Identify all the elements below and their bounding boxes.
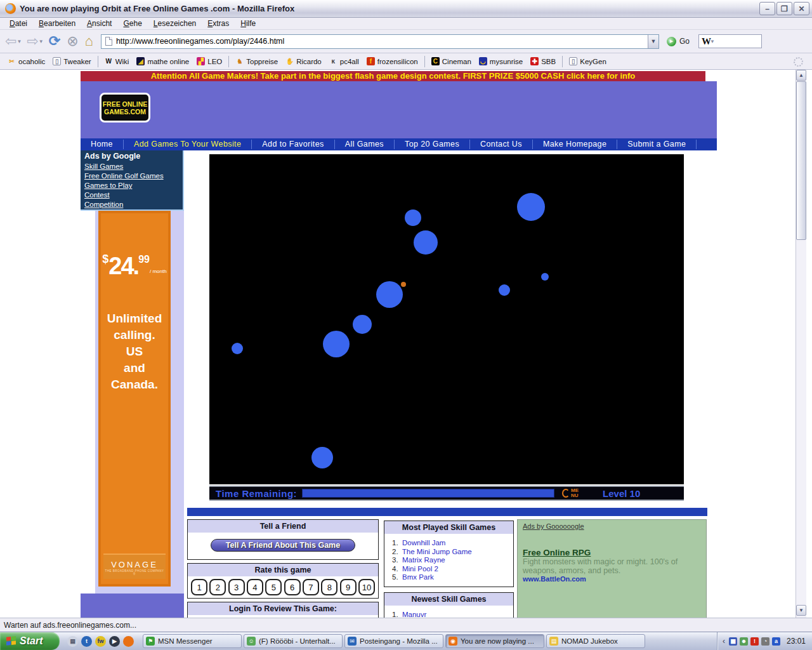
stop-icon[interactable]: ⊗ bbox=[67, 34, 78, 48]
bookmark-label: Wiki bbox=[115, 58, 129, 65]
media-player-icon[interactable]: ▶ bbox=[109, 636, 120, 647]
game-link-the-mini-jump-game[interactable]: The Mini Jump Game bbox=[402, 548, 472, 555]
task-button--f-r-bi-unterhalt-[interactable]: ☺(F) Röööbi - Unterhalt... bbox=[244, 634, 343, 648]
updater-icon[interactable]: a bbox=[772, 637, 780, 646]
menu-ansicht[interactable]: Ansicht bbox=[81, 19, 117, 28]
tray-chevron-icon[interactable]: ‹ bbox=[723, 637, 725, 646]
scroll-down-icon[interactable]: ▼ bbox=[796, 605, 806, 616]
rate-button-5[interactable]: 5 bbox=[265, 579, 282, 595]
game-link-matrix-rayne[interactable]: Matrix Rayne bbox=[402, 556, 445, 564]
nav-add-to-favorites[interactable]: Add to Favorites bbox=[252, 140, 334, 149]
home-icon[interactable]: ⌂ bbox=[85, 34, 93, 48]
nav-submit-a-game[interactable]: Submit a Game bbox=[617, 140, 697, 149]
bookmark-wiki[interactable]: WWiki bbox=[101, 57, 133, 65]
minimize-button[interactable]: – bbox=[759, 2, 775, 15]
game-menu-button[interactable]: ME NU bbox=[562, 488, 579, 498]
bookmark-keygen[interactable]: ▯KeyGen bbox=[565, 57, 610, 65]
rate-button-9[interactable]: 9 bbox=[340, 579, 357, 595]
bookmark-frozensilicon[interactable]: ffrozensilicon bbox=[363, 57, 422, 65]
forward-dropdown-icon[interactable]: ▼ bbox=[39, 39, 44, 44]
thunderbird-icon[interactable]: t bbox=[81, 636, 92, 647]
game-canvas[interactable] bbox=[209, 154, 684, 484]
back-dropdown-icon[interactable]: ▼ bbox=[16, 39, 22, 44]
bookmark-mathe-online[interactable]: ◢mathe online bbox=[133, 57, 193, 65]
task-label: MSN Messenger bbox=[158, 637, 213, 645]
ad-column: $24.99/ month Unlimitedcalling.USandCana… bbox=[95, 211, 184, 600]
menu-datei[interactable]: Datei bbox=[4, 19, 33, 28]
task-button-you-are-now-playing-[interactable]: ◉You are now playing ... bbox=[445, 634, 544, 648]
network-icon[interactable]: ▦ bbox=[729, 637, 737, 646]
bookmark-ricardo[interactable]: ✋Ricardo bbox=[282, 57, 325, 65]
search-dropdown-icon[interactable]: ▼ bbox=[710, 39, 715, 44]
nav-contact-us[interactable]: Contact Us bbox=[470, 140, 533, 149]
bookmark-ocaholic[interactable]: ✂ocaholic bbox=[4, 57, 49, 65]
user-icon[interactable]: ☻ bbox=[740, 637, 748, 646]
back-icon[interactable]: ⇦ bbox=[5, 34, 16, 48]
task-button-msn-messenger[interactable]: ⚑MSN Messenger bbox=[143, 634, 242, 648]
nav-add-games-to-your-website[interactable]: Add Games To Your Website bbox=[124, 140, 252, 149]
url-text[interactable]: http://www.freeonlinegames.com/play/2446… bbox=[116, 37, 284, 46]
scrollbar-thumb[interactable] bbox=[796, 81, 806, 240]
close-button[interactable]: ✕ bbox=[794, 2, 809, 15]
rate-button-2[interactable]: 2 bbox=[209, 579, 226, 595]
nav-top-20-games[interactable]: Top 20 Games bbox=[395, 140, 470, 149]
ad-title-link[interactable]: Free Online RPG bbox=[523, 548, 701, 557]
contest-banner-link[interactable]: Attention All Game Makers! Take part in … bbox=[81, 71, 705, 81]
rate-button-6[interactable]: 6 bbox=[284, 579, 301, 595]
site-logo[interactable]: FREE ONLINE GAMES.COM bbox=[100, 93, 150, 123]
search-input[interactable]: W ▼ bbox=[698, 34, 762, 48]
rate-button-4[interactable]: 4 bbox=[247, 579, 263, 595]
tell-a-friend-button[interactable]: Tell A Friend About This Game bbox=[211, 539, 355, 552]
bookmark-tweaker[interactable]: ▯Tweaker bbox=[49, 57, 95, 65]
fw-icon[interactable]: fw bbox=[95, 636, 106, 647]
vonage-line: Canada. bbox=[107, 376, 162, 393]
rate-button-7[interactable]: 7 bbox=[303, 579, 319, 595]
menu-bearbeiten[interactable]: Bearbeiten bbox=[33, 19, 81, 28]
sidebar-link-free-online-golf-games[interactable]: Free Online Golf Games bbox=[84, 171, 183, 181]
sidebar-link-games-to-play[interactable]: Games to Play bbox=[84, 181, 183, 190]
menu-hilfe[interactable]: Hilfe bbox=[235, 19, 261, 28]
task-button-nomad-jukebox[interactable]: ▤NOMAD Jukebox bbox=[546, 634, 645, 648]
show-desktop-icon[interactable]: ▤ bbox=[67, 636, 78, 647]
vertical-scrollbar[interactable]: ▲ ▼ bbox=[796, 70, 806, 618]
bookmark-leo[interactable]: ▞LEO bbox=[193, 57, 226, 65]
menu-lesezeichen[interactable]: Lesezeichen bbox=[148, 19, 202, 28]
bookmark-pc4all[interactable]: ĸpc4all bbox=[325, 57, 363, 65]
forward-icon[interactable]: ⇨ bbox=[27, 34, 38, 48]
bookmark-sbb[interactable]: ✚SBB bbox=[527, 57, 560, 65]
nav-all-games[interactable]: All Games bbox=[335, 140, 395, 149]
menu-gehe[interactable]: Gehe bbox=[117, 19, 147, 28]
url-bar[interactable]: http://www.freeonlinegames.com/play/2446… bbox=[101, 34, 659, 49]
firefox-icon[interactable] bbox=[123, 636, 134, 647]
ads-by-google-link[interactable]: Ads by Goooooogle bbox=[523, 522, 701, 530]
task-button-posteingang-mozilla-[interactable]: ✉Posteingang - Mozilla ... bbox=[344, 634, 443, 648]
rate-button-3[interactable]: 3 bbox=[228, 579, 245, 595]
sidebar-link-contest[interactable]: Contest bbox=[84, 190, 183, 200]
nav-home[interactable]: Home bbox=[81, 140, 124, 149]
start-button[interactable]: Start bbox=[0, 632, 60, 650]
bookmark-cineman[interactable]: CCineman bbox=[428, 57, 475, 65]
game-link-downhill-jam[interactable]: Downhill Jam bbox=[402, 539, 445, 547]
menu-extras[interactable]: Extras bbox=[202, 19, 235, 28]
warning-icon[interactable]: ! bbox=[750, 637, 759, 646]
keygen-icon: ▯ bbox=[569, 57, 577, 65]
nav-make-homepage[interactable]: Make Homepage bbox=[533, 140, 617, 149]
bookmark-toppreise[interactable]: ♞Toppreise bbox=[232, 57, 282, 65]
ad-url-link[interactable]: www.BattleOn.com bbox=[523, 575, 701, 583]
scroll-up-icon[interactable]: ▲ bbox=[796, 70, 806, 81]
rate-button-10[interactable]: 10 bbox=[358, 579, 375, 595]
restore-button[interactable]: ❐ bbox=[776, 2, 792, 15]
rate-button-8[interactable]: 8 bbox=[321, 579, 337, 595]
game-link-bmx-park[interactable]: Bmx Park bbox=[402, 573, 434, 581]
bookmark-mysunrise[interactable]: ◡mysunrise bbox=[475, 57, 527, 65]
sidebar-link-competition[interactable]: Competition bbox=[84, 200, 183, 209]
rate-button-1[interactable]: 1 bbox=[191, 579, 207, 595]
vonage-ad[interactable]: $24.99/ month Unlimitedcalling.USandCana… bbox=[98, 211, 171, 587]
game-link-mini-pool-2[interactable]: Mini Pool 2 bbox=[402, 565, 438, 573]
time-remaining-bar bbox=[302, 489, 554, 498]
go-button[interactable]: ▶ Go bbox=[667, 37, 690, 46]
reload-icon[interactable]: ⟳ bbox=[49, 34, 60, 48]
url-dropdown-icon[interactable]: ▼ bbox=[648, 35, 658, 48]
volume-icon[interactable]: ◔ bbox=[761, 637, 769, 646]
sidebar-link-skill-games[interactable]: Skill Games bbox=[84, 162, 183, 171]
